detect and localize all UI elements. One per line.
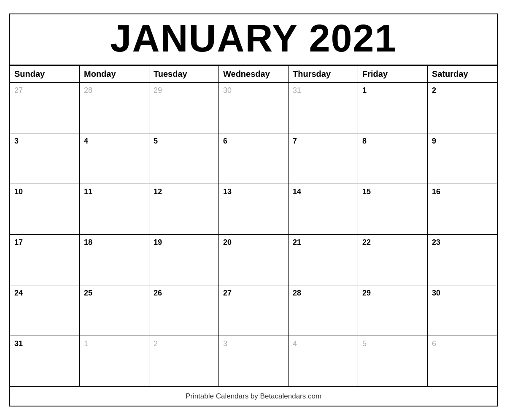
calendar-day[interactable]: 7 xyxy=(289,133,358,184)
calendar-day[interactable]: 28 xyxy=(289,285,358,336)
calendar-day[interactable]: 19 xyxy=(149,235,219,285)
calendar-day[interactable]: 29 xyxy=(358,285,428,336)
calendar-day[interactable]: 1 xyxy=(358,83,428,133)
day-header-sunday: Sunday xyxy=(10,66,80,83)
calendar-day[interactable]: 11 xyxy=(80,184,149,235)
calendar-day[interactable]: 5 xyxy=(358,336,428,387)
calendar-day[interactable]: 8 xyxy=(358,133,428,184)
calendar-day[interactable]: 6 xyxy=(219,133,289,184)
calendar-day[interactable]: 31 xyxy=(289,83,358,133)
calendar-day[interactable]: 28 xyxy=(80,83,149,133)
day-header-monday: Monday xyxy=(80,66,149,83)
days-of-week-row: SundayMondayTuesdayWednesdayThursdayFrid… xyxy=(10,66,497,83)
calendar-week-5: 31123456 xyxy=(10,336,497,387)
calendar-day[interactable]: 4 xyxy=(80,133,149,184)
day-header-saturday: Saturday xyxy=(428,66,497,83)
day-header-friday: Friday xyxy=(358,66,428,83)
calendar-day[interactable]: 23 xyxy=(428,235,497,285)
calendar-day[interactable]: 26 xyxy=(149,285,219,336)
calendar-title: JANUARY 2021 xyxy=(10,19,497,59)
calendar-day[interactable]: 9 xyxy=(428,133,497,184)
calendar-day[interactable]: 16 xyxy=(428,184,497,235)
calendar-day[interactable]: 2 xyxy=(149,336,219,387)
calendar-header: JANUARY 2021 xyxy=(10,14,497,66)
calendar-day[interactable]: 1 xyxy=(80,336,149,387)
calendar-day[interactable]: 27 xyxy=(10,83,80,133)
calendar-grid: SundayMondayTuesdayWednesdayThursdayFrid… xyxy=(10,65,497,387)
calendar-day[interactable]: 17 xyxy=(10,235,80,285)
calendar-container: JANUARY 2021 SundayMondayTuesdayWednesda… xyxy=(9,14,498,407)
calendar-day[interactable]: 18 xyxy=(80,235,149,285)
calendar-day[interactable]: 20 xyxy=(219,235,289,285)
calendar-day[interactable]: 10 xyxy=(10,184,80,235)
day-header-wednesday: Wednesday xyxy=(219,66,289,83)
calendar-week-4: 24252627282930 xyxy=(10,285,497,336)
calendar-day[interactable]: 15 xyxy=(358,184,428,235)
calendar-day[interactable]: 30 xyxy=(219,83,289,133)
calendar-day[interactable]: 25 xyxy=(80,285,149,336)
calendar-day[interactable]: 31 xyxy=(10,336,80,387)
calendar-day[interactable]: 3 xyxy=(219,336,289,387)
calendar-week-1: 3456789 xyxy=(10,133,497,184)
calendar-week-2: 10111213141516 xyxy=(10,184,497,235)
day-header-tuesday: Tuesday xyxy=(149,66,219,83)
calendar-day[interactable]: 6 xyxy=(428,336,497,387)
calendar-week-3: 17181920212223 xyxy=(10,235,497,285)
calendar-day[interactable]: 4 xyxy=(289,336,358,387)
calendar-day[interactable]: 14 xyxy=(289,184,358,235)
calendar-week-0: 272829303112 xyxy=(10,83,497,133)
calendar-day[interactable]: 24 xyxy=(10,285,80,336)
calendar-day[interactable]: 2 xyxy=(428,83,497,133)
calendar-day[interactable]: 29 xyxy=(149,83,219,133)
calendar-day[interactable]: 5 xyxy=(149,133,219,184)
calendar-day[interactable]: 3 xyxy=(10,133,80,184)
calendar-footer: Printable Calendars by Betacalendars.com xyxy=(10,387,497,406)
calendar-day[interactable]: 21 xyxy=(289,235,358,285)
calendar-day[interactable]: 12 xyxy=(149,184,219,235)
calendar-day[interactable]: 27 xyxy=(219,285,289,336)
calendar-day[interactable]: 22 xyxy=(358,235,428,285)
calendar-day[interactable]: 13 xyxy=(219,184,289,235)
day-header-thursday: Thursday xyxy=(289,66,358,83)
calendar-day[interactable]: 30 xyxy=(428,285,497,336)
